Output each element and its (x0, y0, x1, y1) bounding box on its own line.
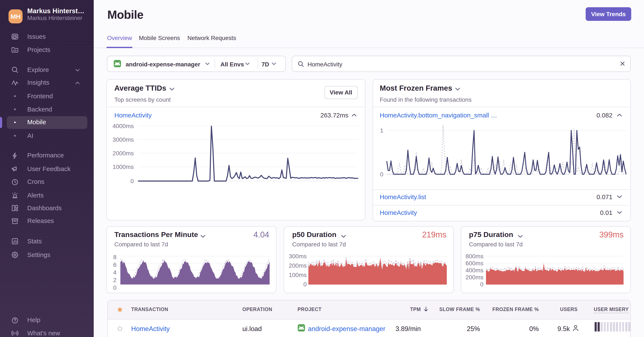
svg-text:0: 0 (380, 171, 383, 178)
svg-text:3000ms: 3000ms (112, 136, 134, 143)
svg-text:0: 0 (113, 285, 116, 291)
svg-text:4000ms: 4000ms (112, 123, 134, 129)
svg-text:200ms: 200ms (289, 262, 307, 269)
svg-text:200ms: 200ms (466, 274, 484, 281)
svg-text:1000ms: 1000ms (112, 164, 134, 170)
svg-text:0: 0 (130, 178, 134, 184)
svg-text:4: 4 (113, 269, 116, 276)
svg-text:300ms: 300ms (289, 253, 307, 260)
svg-text:6: 6 (113, 262, 116, 268)
svg-text:2000ms: 2000ms (112, 150, 134, 157)
svg-text:800ms: 800ms (466, 253, 484, 260)
svg-text:400ms: 400ms (466, 267, 484, 274)
svg-text:100ms: 100ms (289, 272, 307, 278)
svg-text:0: 0 (480, 281, 484, 288)
svg-text:8: 8 (113, 254, 116, 260)
svg-text:0: 0 (303, 281, 307, 288)
svg-text:600ms: 600ms (466, 260, 484, 267)
svg-text:2: 2 (113, 277, 116, 283)
svg-text:1: 1 (380, 127, 383, 134)
